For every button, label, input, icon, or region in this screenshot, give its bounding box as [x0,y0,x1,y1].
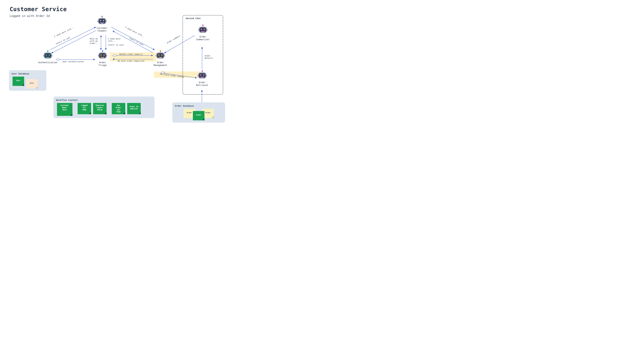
svg-rect-43 [157,53,164,58]
svg-rect-19 [99,19,105,23]
user-note: User [26,79,38,88]
svg-rect-21 [103,20,104,21]
svg-rect-44 [158,54,160,55]
order-note: Order [193,111,204,120]
svg-rect-63 [206,75,207,76]
edge-triage-customer-help: Help me with my order... [90,38,99,44]
svg-rect-61 [203,74,204,75]
svg-rect-33 [102,51,103,52]
svg-rect-38 [98,55,99,56]
workflow-note: Logged In? TRUE [78,103,91,114]
svg-rect-39 [106,55,107,56]
edge-triage-customer-revert: revert to user [108,44,124,46]
svg-rect-29 [49,54,50,55]
svg-rect-60 [200,74,201,75]
edge-auth-customer-revert: revert to user [55,36,71,45]
edge-summariser-mgmt: Order summary [166,34,180,44]
agent-customer: Customer (human) [96,15,108,32]
svg-rect-31 [52,55,52,56]
workflow-note: Customer Name: Mark [57,103,72,116]
svg-rect-51 [200,27,206,32]
svg-rect-17 [102,17,102,18]
workflow-context-title: Workflow Context [56,99,152,101]
svg-rect-20 [100,20,101,21]
page-title: Customer Service [10,6,67,12]
edge-mgmt-customer-info: I need more info... [124,26,146,38]
workflow-note: Requires Login? FALSE [93,103,106,114]
agent-order-retrieval: Order Retrieval [196,70,208,86]
nested-chat-title: Nested Chat [186,17,201,20]
edge-mgmt-customer-revert: revert to user [128,37,144,46]
agent-order-triage: Order Triage [97,50,108,67]
workflow-note: Order Id ABC1234 [127,103,141,114]
agent-order-retrieval-label: Order Retrieval [196,81,208,86]
edge-retrieval-summariser: Order Details [204,55,213,59]
agent-authentication: Authentication [38,50,57,64]
edge-triage-mgmt-nomore: No more order enquiries [118,60,144,62]
svg-rect-37 [104,54,104,55]
svg-rect-22 [98,20,98,22]
agent-order-management: Order Management [154,50,167,67]
edge-auth-customer-info: I need more info... [54,26,74,38]
user-note: User [12,77,24,86]
workflow-note: Has Order Id? TRUE [112,103,125,114]
agent-order-summariser-label: Order Summariser [196,35,210,41]
svg-rect-23 [106,20,106,22]
svg-rect-53 [204,29,205,30]
svg-rect-49 [202,25,203,27]
edge-triage-mgmt-handle: Handle order enquiry [119,53,142,55]
svg-rect-35 [99,53,106,58]
user-database-panel: User Database User User [9,70,46,91]
svg-rect-57 [202,71,202,72]
svg-rect-59 [199,73,206,78]
agent-order-triage-label: Order Triage [97,61,108,67]
svg-line-0 [50,27,96,50]
svg-rect-46 [156,55,157,56]
svg-rect-30 [43,55,44,56]
svg-rect-47 [164,55,165,56]
order-database-panel: Order Database Order Order Order [172,102,225,123]
svg-rect-54 [198,29,199,31]
agent-order-summariser: Order Summariser [196,24,210,41]
svg-rect-55 [206,29,208,31]
page-subtitle: Logged in with Order Id [10,14,50,17]
svg-rect-41 [160,51,161,52]
svg-rect-25 [48,51,48,52]
user-database-title: User Database [12,72,44,75]
agent-customer-label: Customer (human) [96,27,108,32]
agent-order-management-label: Order Management [154,61,167,67]
agent-authentication-label: Authentication [38,61,57,64]
workflow-context-panel: Workflow Context Customer Name: Mark Log… [54,96,154,118]
svg-rect-36 [100,54,102,55]
edge-triage-customer-info: I need more info... [108,38,120,42]
svg-rect-45 [161,54,162,55]
svg-rect-62 [198,75,198,76]
order-database-title: Order Database [175,105,222,107]
svg-rect-28 [46,54,47,55]
svg-rect-52 [201,29,202,30]
svg-rect-27 [44,53,51,58]
edge-auth-triage: User authenticated [62,60,84,63]
